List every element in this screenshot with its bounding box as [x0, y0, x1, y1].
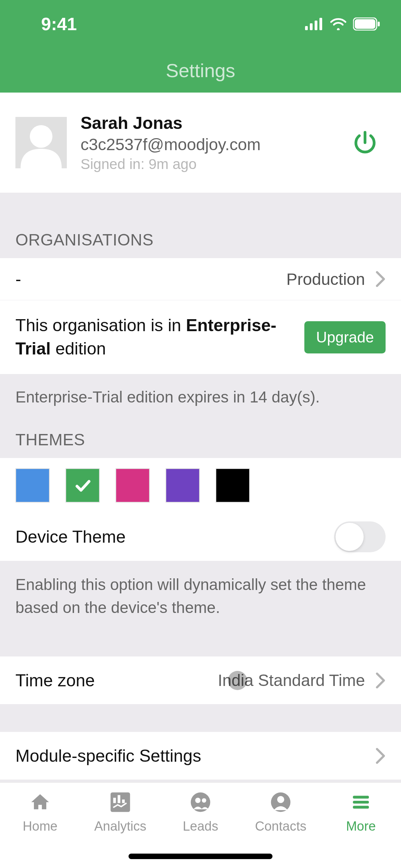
home-indicator: [129, 854, 272, 859]
section-header-themes: THEMES: [0, 414, 401, 458]
cellular-icon: [305, 18, 324, 30]
profile-row[interactable]: Sarah Jonas c3c2537f@moodjoy.com Signed …: [0, 93, 401, 193]
svg-rect-5: [355, 19, 375, 29]
theme-swatch-green[interactable]: [65, 468, 100, 503]
wifi-icon: [330, 18, 347, 30]
device-theme-label: Device Theme: [15, 527, 334, 547]
status-icons: [305, 17, 380, 31]
svg-point-8: [30, 125, 52, 148]
svg-rect-2: [315, 21, 317, 30]
svg-rect-18: [353, 796, 369, 798]
status-time: 9:41: [41, 14, 77, 34]
tab-label: Home: [23, 819, 57, 834]
svg-rect-0: [305, 26, 308, 30]
status-bar: 9:41: [0, 0, 401, 48]
toggle-knob: [336, 523, 364, 551]
theme-swatch-pink[interactable]: [116, 468, 150, 503]
svg-rect-19: [353, 801, 369, 804]
svg-rect-20: [353, 806, 369, 809]
battery-icon: [353, 17, 380, 31]
svg-rect-10: [113, 798, 116, 803]
organisation-env: Production: [287, 270, 365, 289]
organisation-name: -: [15, 269, 287, 289]
edition-suffix: edition: [51, 339, 106, 358]
timezone-value: India Standard Time: [218, 671, 365, 690]
device-theme-toggle[interactable]: [334, 521, 386, 552]
module-settings-label: Module-specific Settings: [15, 746, 375, 766]
svg-rect-1: [310, 23, 313, 30]
page-header: Settings: [0, 48, 401, 93]
tab-label: Contacts: [255, 819, 306, 834]
themes-row: [0, 458, 401, 513]
upgrade-button[interactable]: Upgrade: [304, 321, 386, 353]
avatar: [15, 117, 67, 168]
timezone-label: Time zone: [15, 671, 218, 690]
device-theme-note: Enabling this option will dynamically se…: [0, 561, 401, 656]
timezone-row[interactable]: Time zone India Standard Time: [0, 656, 401, 704]
svg-rect-6: [378, 22, 380, 26]
spacer: [0, 704, 401, 732]
contacts-icon: [269, 790, 293, 814]
edition-prefix: This organisation is in: [15, 316, 186, 335]
module-settings-row[interactable]: Module-specific Settings: [0, 732, 401, 780]
svg-rect-3: [319, 18, 322, 30]
chevron-right-icon: [375, 747, 386, 764]
theme-swatch-purple[interactable]: [166, 468, 200, 503]
device-theme-row: Device Theme: [0, 513, 401, 561]
home-icon: [28, 790, 52, 814]
power-icon: [351, 129, 379, 156]
more-icon: [349, 790, 373, 814]
profile-name: Sarah Jonas: [81, 113, 338, 133]
page-title: Settings: [166, 59, 235, 82]
svg-rect-11: [118, 795, 120, 803]
svg-point-14: [195, 798, 201, 803]
chevron-right-icon: [375, 270, 386, 288]
svg-point-15: [202, 798, 206, 803]
chevron-right-icon: [375, 672, 386, 689]
theme-swatch-black[interactable]: [216, 468, 250, 503]
svg-point-17: [277, 796, 284, 803]
analytics-icon: [108, 790, 132, 814]
svg-rect-12: [122, 799, 125, 803]
profile-email: c3c2537f@moodjoy.com: [81, 135, 338, 154]
theme-swatch-blue[interactable]: [15, 468, 50, 503]
organisation-row[interactable]: - Production: [0, 258, 401, 300]
profile-text: Sarah Jonas c3c2537f@moodjoy.com Signed …: [81, 113, 338, 172]
tab-label: Analytics: [94, 819, 146, 834]
profile-signed-in: Signed in: 9m ago: [81, 156, 338, 172]
tab-home[interactable]: Home: [0, 790, 80, 868]
organisation-edition-text: This organisation is in Enterprise-Trial…: [15, 314, 294, 360]
tab-label: More: [346, 819, 376, 834]
organisation-edition-row: This organisation is in Enterprise-Trial…: [0, 300, 401, 374]
tab-more[interactable]: More: [321, 790, 401, 868]
tab-label: Leads: [183, 819, 218, 834]
section-header-organisations: ORGANISATIONS: [0, 193, 401, 258]
edition-expiry-note: Enterprise-Trial edition expires in 14 d…: [0, 374, 401, 414]
logout-button[interactable]: [351, 129, 379, 156]
leads-icon: [189, 790, 212, 814]
